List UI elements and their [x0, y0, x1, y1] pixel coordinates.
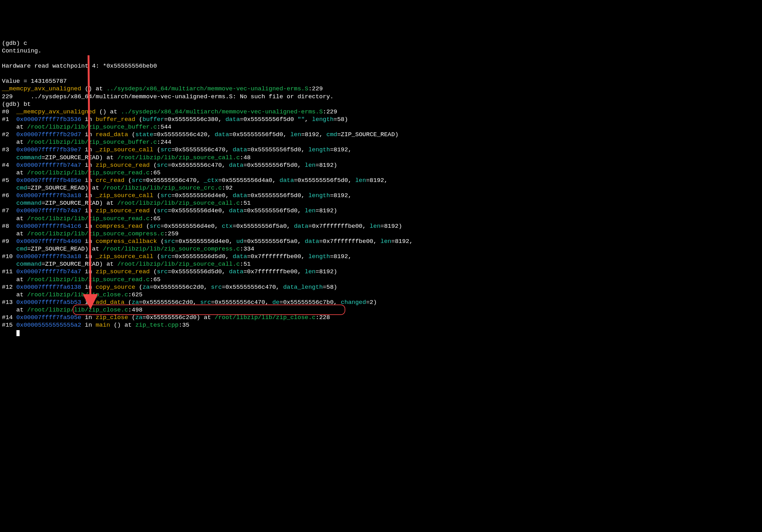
- param-name: data: [215, 131, 229, 138]
- param-name: src: [131, 177, 142, 184]
- source-path: /root/libzip/lib/zip_source_call.c: [117, 200, 240, 207]
- continuing-text: Continuing.: [2, 47, 41, 54]
- gdb-command: c: [23, 40, 27, 47]
- source-path: zip_test.cpp: [135, 322, 179, 329]
- param-name: src: [161, 146, 171, 153]
- line-number: 229: [312, 85, 323, 92]
- frame-address: 0x00007ffff7fb4460: [17, 238, 81, 245]
- param-name: buffer: [143, 116, 164, 123]
- param-name: data: [279, 177, 294, 184]
- frame-address: 0x00007ffff7fb29d7: [17, 131, 81, 138]
- function-name: read_data: [96, 131, 128, 138]
- terminal-output[interactable]: (gdb) c Continuing. Hardware read watchp…: [2, 32, 760, 375]
- param-name: length: [312, 116, 334, 123]
- line-number: 92: [225, 184, 233, 191]
- frame-address: 0x00007ffff7fa505e: [17, 314, 81, 321]
- frame-address: 0x00007ffff7fb3a18: [17, 253, 81, 260]
- frame-number: #9: [2, 238, 17, 245]
- source-path: ../sysdeps/x86_64/multiarch/memmove-vec-…: [121, 108, 323, 115]
- param-name: cmd: [17, 184, 27, 191]
- function-name: _zip_source_call: [96, 192, 153, 199]
- param-name: data: [225, 116, 240, 123]
- source-path: /root/libzip/lib/zip_source_buffer.c: [27, 123, 157, 130]
- function-name: zip_source_read: [96, 268, 150, 275]
- frame-number: #13: [2, 299, 17, 306]
- cursor: [17, 330, 20, 336]
- function-name: crc_read: [96, 177, 124, 184]
- param-name: len: [380, 238, 391, 245]
- param-name: length: [308, 192, 330, 199]
- line-number: 498: [132, 306, 143, 313]
- frame-address: 0x00007ffff7fa6138: [17, 284, 81, 291]
- param-name: len: [305, 207, 316, 214]
- function-name: main: [96, 322, 110, 329]
- frame-address: 0x00007ffff7fa5b53: [17, 299, 81, 306]
- frame-address: 0x00007ffff7fb74a7: [17, 162, 81, 169]
- source-path: /root/libzip/lib/zip_close.c: [27, 291, 128, 298]
- frame-address: 0x00007ffff7fb41c6: [17, 223, 81, 230]
- source-path: ../sysdeps/x86_64/multiarch/memmove-vec-…: [107, 85, 309, 92]
- function-name: zip_source_read: [96, 162, 150, 169]
- param-name: src: [164, 238, 175, 245]
- frame-address: 0x00005555555555a2: [17, 322, 81, 329]
- param-name: src: [211, 284, 222, 291]
- frame-address: 0x00007ffff7fb3a18: [17, 192, 81, 199]
- param-name: command: [17, 200, 42, 207]
- param-name: src: [157, 268, 168, 275]
- gdb-command: bt: [23, 101, 31, 108]
- gdb-prompt: (gdb): [2, 101, 23, 108]
- function-name: zip_close: [96, 314, 128, 321]
- param-name: data_length: [283, 284, 323, 291]
- source-path: /root/libzip/lib/zip_source_buffer.c: [27, 139, 157, 146]
- function-name: __memcpy_avx_unaligned: [2, 85, 81, 92]
- function-name: compress_callback: [96, 238, 157, 245]
- no-such-file: 229 ../sysdeps/x86_64/multiarch/memmove-…: [2, 93, 334, 100]
- frame-number: #3: [2, 146, 17, 153]
- source-path: /root/libzip/lib/zip_source_call.c: [117, 261, 240, 268]
- function-name: copy_source: [96, 284, 135, 291]
- source-path: /root/libzip/lib/zip_close.c: [27, 306, 128, 313]
- param-name: src: [161, 192, 171, 199]
- param-name: changed: [341, 299, 366, 306]
- param-name: len: [355, 177, 366, 184]
- source-path: /root/libzip/lib/zip_source_crc.c: [103, 184, 222, 191]
- source-path: /root/libzip/lib/zip_source_compress.c: [27, 230, 164, 237]
- frame-address: 0x00007ffff7fb74a7: [17, 207, 81, 214]
- param-name: src: [200, 299, 211, 306]
- param-name: len: [370, 223, 380, 230]
- frame-number: #15: [2, 322, 17, 329]
- line-number: 228: [319, 314, 330, 321]
- param-name: src: [161, 253, 171, 260]
- param-name: len: [305, 162, 316, 169]
- param-name: src: [157, 207, 168, 214]
- source-path: /root/libzip/lib/zip_source_call.c: [117, 154, 240, 161]
- frame-number: #4: [2, 162, 17, 169]
- source-path: /root/libzip/lib/zip_source_read.c: [27, 276, 150, 283]
- param-name: data: [229, 207, 244, 214]
- function-name: __memcpy_avx_unaligned: [17, 108, 96, 115]
- line-number: 65: [153, 215, 161, 222]
- param-name: za: [135, 314, 143, 321]
- line-number: 625: [132, 291, 143, 298]
- frame-number: #12: [2, 284, 17, 291]
- source-path: /root/libzip/lib/zip_close.c: [215, 314, 316, 321]
- param-name: src: [157, 162, 168, 169]
- source-path: /root/libzip/lib/zip_source_read.c: [27, 169, 150, 176]
- frame-number: #2: [2, 131, 17, 138]
- param-name: data: [229, 268, 244, 275]
- param-name: length: [308, 146, 330, 153]
- line-number: 244: [161, 139, 171, 146]
- param-name: length: [308, 253, 330, 260]
- param-name: ud: [236, 238, 244, 245]
- function-name: _zip_source_call: [96, 253, 153, 260]
- gdb-prompt: (gdb): [2, 40, 23, 47]
- line-number: 51: [244, 261, 251, 268]
- frame-address: 0x00007ffff7fb39e7: [17, 146, 81, 153]
- frame-number: #10: [2, 253, 17, 260]
- line-number: 35: [182, 322, 190, 329]
- param-name: cmd: [326, 131, 337, 138]
- param-name: data: [229, 162, 244, 169]
- param-name: za: [131, 299, 139, 306]
- frame-number: #0: [2, 108, 17, 115]
- param-name: command: [17, 154, 42, 161]
